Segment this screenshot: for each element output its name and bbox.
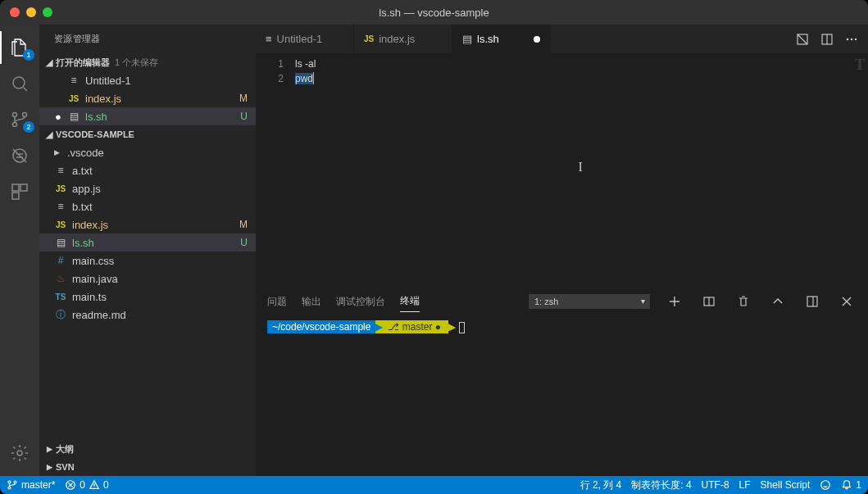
smiley-icon	[820, 479, 831, 491]
outline-header[interactable]: ▶ 大纲	[39, 440, 256, 458]
unsaved-count: 1 个未保存	[115, 57, 158, 69]
maximize-window-button[interactable]	[43, 7, 52, 17]
more-actions-button[interactable]	[840, 28, 863, 51]
svg-rect-6	[20, 184, 27, 191]
open-editors-header[interactable]: ◢ 打开的编辑器 1 个未保存	[39, 53, 256, 71]
file-name: ls.sh	[72, 237, 256, 249]
error-icon	[65, 479, 76, 491]
settings-activity[interactable]	[0, 437, 39, 469]
debug-activity[interactable]	[0, 139, 39, 172]
svg-rect-5	[12, 184, 19, 191]
svn-header[interactable]: ▶ SVN	[39, 458, 256, 476]
git-branch-status[interactable]: master*	[7, 479, 55, 491]
problems-status[interactable]: 0 0	[65, 479, 108, 491]
notifications-status[interactable]: 1	[841, 479, 861, 491]
panel-tabs: 问题 输出 调试控制台 终端 1: zsh	[256, 288, 868, 315]
problems-tab[interactable]: 问题	[267, 292, 287, 312]
file-item[interactable]: # main.css	[39, 252, 256, 270]
svg-rect-7	[12, 193, 19, 199]
sidebar-title: 资源管理器	[39, 25, 256, 53]
js-icon: JS	[54, 220, 67, 229]
chevron-down-icon: ◢	[43, 57, 56, 68]
workspace-header[interactable]: ◢ VSCODE-SAMPLE	[39, 125, 256, 143]
terminal-selector-value: 1: zsh	[529, 294, 650, 309]
split-terminal-button[interactable]	[699, 292, 719, 311]
terminal-selector[interactable]: 1: zsh	[529, 294, 650, 309]
extensions-activity[interactable]	[0, 175, 39, 208]
tab-label: Untitled-1	[277, 33, 323, 45]
open-editor-item[interactable]: JS index.js M	[39, 89, 256, 107]
status-bar: master* 0 0 行 2, 列 4 制表符长度: 4 UTF-8 LF S…	[0, 476, 868, 494]
git-status: M	[239, 219, 248, 230]
split-editor-button[interactable]	[816, 28, 838, 51]
feedback-status[interactable]	[820, 479, 831, 491]
eol-status[interactable]: LF	[739, 479, 751, 491]
workspace-section: ◢ VSCODE-SAMPLE ▶ .vscode ≡ a.txt JS app…	[39, 125, 256, 324]
encoding-status[interactable]: UTF-8	[702, 479, 729, 491]
minimize-window-button[interactable]	[26, 7, 36, 17]
indentation-status[interactable]: 制表符长度: 4	[631, 478, 691, 492]
language-status[interactable]: Shell Script	[761, 479, 811, 491]
file-name: a.txt	[72, 165, 256, 177]
search-activity[interactable]	[0, 67, 39, 100]
svg-point-17	[8, 487, 11, 489]
prompt-branch: ⎇ master ●	[383, 320, 448, 333]
workspace-label: VSCODE-SAMPLE	[56, 129, 134, 139]
file-item[interactable]: TS main.ts	[39, 288, 256, 306]
js-icon: JS	[54, 184, 67, 193]
svg-point-8	[17, 451, 22, 455]
file-item[interactable]: ≡ a.txt	[39, 161, 256, 179]
window-controls	[0, 7, 52, 17]
file-name: main.java	[72, 273, 256, 285]
git-status: M	[239, 93, 248, 104]
maximize-panel-button[interactable]	[768, 292, 788, 311]
file-icon: ≡	[67, 75, 80, 86]
debug-console-tab[interactable]: 调试控制台	[336, 292, 385, 312]
toggle-panel-button[interactable]	[802, 292, 822, 311]
extensions-icon	[10, 182, 30, 202]
editor-tab[interactable]: ▤ ls.sh	[452, 25, 551, 53]
git-status: U	[240, 111, 248, 122]
file-item[interactable]: ≡ b.txt	[39, 197, 256, 215]
open-editor-item[interactable]: ≡ Untitled-1	[39, 71, 256, 89]
new-terminal-button[interactable]	[665, 292, 684, 311]
close-window-button[interactable]	[10, 7, 20, 17]
code-area[interactable]: ls -al pwd	[295, 53, 868, 288]
svg-point-16	[8, 481, 11, 483]
close-panel-button[interactable]	[837, 292, 857, 311]
open-changes-button[interactable]	[791, 28, 814, 51]
cursor-position-status[interactable]: 行 2, 列 4	[580, 478, 622, 492]
folder-item[interactable]: ▶ .vscode	[39, 143, 256, 161]
bell-icon	[841, 479, 852, 491]
explorer-activity[interactable]: 1	[0, 31, 39, 64]
editor-tab[interactable]: ≡ Untitled-1	[256, 25, 354, 53]
minimap[interactable]: T	[855, 57, 865, 74]
editor-tab[interactable]: JS index.js	[354, 25, 452, 53]
scm-activity[interactable]: 2	[0, 103, 39, 136]
folder-name: .vscode	[67, 147, 256, 159]
tab-label: index.js	[379, 33, 415, 45]
line-number: 2	[256, 71, 284, 86]
terminal[interactable]: ~/code/vscode-sample▶⎇ master ● ▶	[256, 315, 868, 476]
file-name: index.js	[85, 93, 256, 105]
text-editor[interactable]: 1 2 ls -al pwd T I	[256, 53, 868, 288]
open-editors-label: 打开的编辑器	[56, 57, 110, 69]
js-icon: JS	[67, 94, 80, 103]
terminal-tab[interactable]: 终端	[400, 291, 420, 312]
prompt-separator: ▶	[448, 320, 456, 333]
explorer-badge: 1	[23, 49, 34, 61]
output-tab[interactable]: 输出	[302, 292, 321, 312]
file-item[interactable]: JS index.js M	[39, 215, 256, 233]
file-item[interactable]: ♨ main.java	[39, 270, 256, 288]
file-item[interactable]: ▤ ls.sh U	[39, 233, 256, 252]
css-icon: #	[54, 255, 67, 266]
file-item[interactable]: ⓘ readme.md	[39, 306, 256, 324]
warning-count: 0	[103, 479, 109, 491]
open-editor-item[interactable]: ● ▤ ls.sh U	[39, 107, 256, 125]
terminal-cursor	[459, 322, 465, 333]
file-item[interactable]: JS app.js	[39, 179, 256, 197]
svg-point-13	[855, 38, 857, 40]
file-name: Untitled-1	[85, 75, 256, 87]
kill-terminal-button[interactable]	[734, 292, 753, 311]
js-icon: JS	[364, 34, 374, 43]
